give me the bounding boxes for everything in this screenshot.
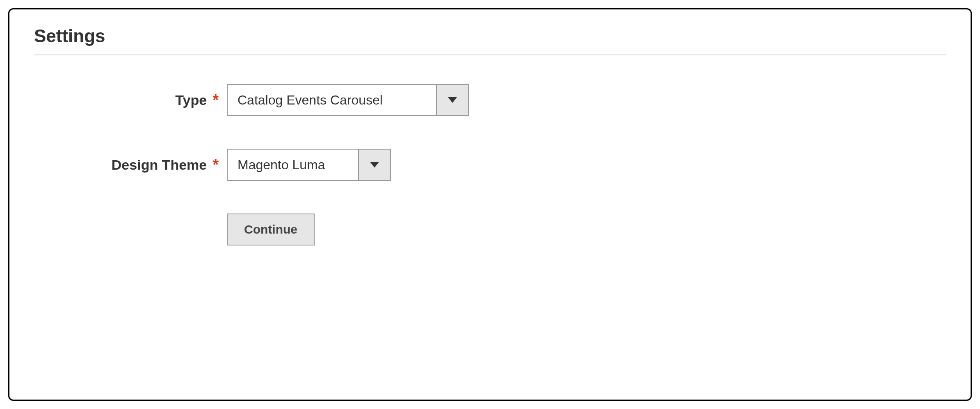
type-control: Catalog Events Carousel [227, 84, 469, 116]
design-theme-select-value: Magento Luma [228, 150, 358, 180]
required-mark-icon: * [212, 156, 219, 174]
type-row: Type * Catalog Events Carousel [34, 84, 946, 116]
design-theme-select-arrow[interactable] [358, 150, 390, 180]
design-theme-label: Design Theme [112, 157, 207, 173]
type-label: Type [175, 92, 207, 108]
type-label-col: Type * [34, 91, 227, 109]
actions-row: Continue [34, 214, 946, 245]
chevron-down-icon [370, 162, 379, 168]
section-title: Settings [34, 26, 946, 55]
chevron-down-icon [448, 97, 457, 103]
design-theme-control: Magento Luma [227, 149, 391, 181]
actions-control: Continue [227, 214, 315, 245]
type-select[interactable]: Catalog Events Carousel [227, 84, 469, 116]
continue-button[interactable]: Continue [227, 214, 315, 245]
type-select-arrow[interactable] [436, 85, 468, 115]
design-theme-select[interactable]: Magento Luma [227, 149, 391, 181]
design-theme-row: Design Theme * Magento Luma [34, 149, 946, 181]
required-mark-icon: * [212, 91, 219, 109]
settings-panel: Settings Type * Catalog Events Carousel … [8, 8, 972, 401]
type-select-value: Catalog Events Carousel [228, 85, 436, 115]
design-theme-label-col: Design Theme * [34, 156, 227, 174]
